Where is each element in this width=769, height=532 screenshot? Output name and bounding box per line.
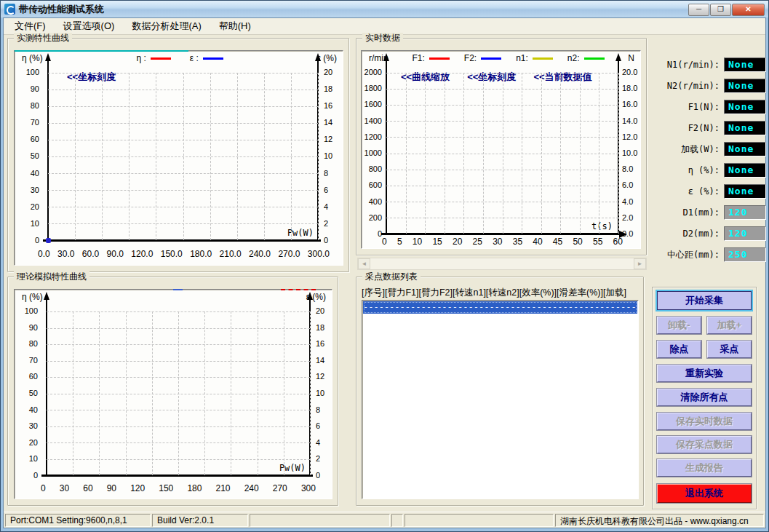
y-axis-ticks-left: 1009080706050403020100 bbox=[17, 68, 44, 245]
menu-analysis[interactable]: 数据分析处理(A) bbox=[125, 18, 207, 34]
tick-label: 6.0 bbox=[622, 180, 633, 190]
legend-label: F2: bbox=[464, 53, 477, 63]
clear-all-points-button[interactable]: 清除所有点 bbox=[657, 389, 752, 406]
readout-row: D2(mm):120 bbox=[651, 226, 766, 241]
start-acquisition-button[interactable]: 开始采集 bbox=[657, 291, 752, 310]
tick-label: 6 bbox=[324, 186, 328, 195]
readout-input[interactable]: 120 bbox=[724, 205, 766, 220]
scroll-right-icon[interactable]: ► bbox=[634, 258, 646, 269]
realtime-chart: r/min F1:F2:n1:n2: N 2000180016001400120… bbox=[361, 50, 641, 249]
theory-chart: η (%) ε (%) 1009080706050403020100 20181… bbox=[14, 289, 332, 499]
legend-color-swatch bbox=[481, 57, 501, 60]
tick-label: 18 bbox=[324, 84, 332, 94]
plot-area: <<坐标刻度 Pw(W) bbox=[48, 73, 318, 240]
exit-system-button[interactable]: 退出系统 bbox=[657, 484, 752, 503]
chart-header: r/min F1:F2:n1:n2: N bbox=[369, 53, 634, 63]
horizontal-scrollbar[interactable]: ◄ ► bbox=[357, 258, 647, 270]
tick-label: 50 bbox=[29, 389, 38, 398]
arrow-up-icon bbox=[615, 53, 621, 61]
tick-label: 0 bbox=[35, 236, 39, 245]
x-axis bbox=[41, 475, 313, 477]
tick-label: 240.0 bbox=[249, 249, 271, 259]
tick-label: 120 bbox=[130, 483, 145, 493]
tick-label: 12 bbox=[316, 372, 324, 381]
scroll-left-icon[interactable]: ◄ bbox=[358, 258, 370, 269]
tick-label: 15 bbox=[432, 237, 442, 247]
save-point-data-button[interactable]: 保存采点数据 bbox=[657, 436, 752, 453]
tick-label: 200 bbox=[369, 213, 382, 223]
y-axis-left bbox=[47, 60, 49, 240]
tick-label: 16.0 bbox=[622, 100, 637, 109]
panel-title: 实时数据 bbox=[362, 33, 403, 43]
titlebar: 带传动性能测试系统 ─ ❐ ✕ bbox=[1, 1, 768, 17]
readout-label: ε (%): bbox=[651, 186, 720, 196]
gridline-horizontal bbox=[48, 73, 318, 74]
tick-label: 0.0 bbox=[38, 249, 50, 259]
gridline-horizontal bbox=[47, 426, 310, 427]
x-axis-ticks: 051015202530354045505560 bbox=[382, 237, 623, 247]
minimize-button[interactable]: ─ bbox=[688, 4, 709, 16]
readout-row: F2(N):None bbox=[651, 121, 766, 135]
tick-label: 10 bbox=[324, 151, 332, 161]
y-axis-ticks-left: 1009080706050403020100 bbox=[17, 306, 42, 480]
tick-label: 800 bbox=[369, 164, 382, 174]
readout-input[interactable]: 120 bbox=[724, 226, 766, 241]
menu-file[interactable]: 文件(F) bbox=[8, 18, 52, 34]
readout-input[interactable]: 250 bbox=[724, 247, 766, 262]
menu-help[interactable]: 帮助(H) bbox=[212, 18, 258, 34]
tick-label: 35 bbox=[513, 237, 522, 247]
generate-report-button[interactable]: 生成报告 bbox=[657, 459, 752, 477]
tick-label: 2 bbox=[316, 454, 320, 464]
tick-label: 30 bbox=[31, 186, 39, 195]
legend-color-swatch bbox=[203, 57, 223, 60]
client-area: 文件(F) 设置选项(O) 数据分析处理(A) 帮助(H) 实测特性曲线 η (… bbox=[3, 17, 766, 528]
readout-row: 中心距(mm):250 bbox=[651, 247, 766, 262]
legend-item: η : bbox=[136, 53, 170, 63]
chart-legend: η :ε : bbox=[43, 53, 317, 63]
tick-label: 300.0 bbox=[308, 249, 330, 259]
tick-label: 4.0 bbox=[622, 197, 633, 207]
tick-label: 100 bbox=[26, 68, 39, 77]
unload-button[interactable]: 卸载- bbox=[657, 317, 701, 334]
readout-display: None bbox=[724, 79, 766, 93]
close-button[interactable]: ✕ bbox=[732, 4, 765, 16]
tick-label: 1400 bbox=[364, 116, 382, 126]
load-button[interactable]: 加载+ bbox=[707, 317, 752, 334]
gridline-horizontal bbox=[47, 459, 310, 460]
restart-experiment-button[interactable]: 重新实验 bbox=[657, 365, 752, 382]
y-axis-ticks-right: 20.018.016.014.012.010.08.06.04.02.00.0 bbox=[619, 68, 639, 239]
tick-label: 70 bbox=[31, 118, 39, 127]
selected-list-row[interactable]: ----------------------------------------… bbox=[363, 301, 637, 314]
menu-options[interactable]: 设置选项(O) bbox=[57, 18, 121, 34]
gridline-vertical bbox=[618, 73, 619, 234]
status-port: Port:COM1 Setting:9600,n,8,1 bbox=[5, 514, 151, 527]
readout-label: N2(r/min): bbox=[651, 81, 720, 91]
readout-label: F2(N): bbox=[651, 123, 720, 133]
panel-title: 采点数据列表 bbox=[362, 271, 421, 282]
pick-point-button[interactable]: 采点 bbox=[707, 341, 752, 358]
tick-label: 0 bbox=[41, 483, 46, 493]
status-build-version: Build Ver:2.0.1 bbox=[152, 514, 248, 527]
legend-label: η : bbox=[136, 53, 146, 63]
gridline-horizontal bbox=[47, 377, 310, 378]
x-axis-unit: t(s) bbox=[591, 221, 613, 231]
tick-label: 4 bbox=[324, 202, 328, 212]
readout-panel: N1(r/min):NoneN2(r/min):NoneF1(N):NoneF2… bbox=[651, 38, 766, 272]
save-realtime-data-button[interactable]: 保存实时数据 bbox=[657, 413, 752, 430]
legend-item: n1: bbox=[516, 53, 553, 63]
gridline-horizontal bbox=[47, 442, 310, 443]
control-buttons-panel: 开始采集 卸载- 加载+ 除点 采点 重新实验 清除所有点 保存实时数据 保存采… bbox=[652, 287, 757, 509]
tick-label: 30 bbox=[29, 421, 38, 431]
points-listbox[interactable]: ----------------------------------------… bbox=[362, 300, 639, 499]
tick-label: 70 bbox=[29, 356, 38, 365]
status-spacer bbox=[405, 514, 554, 527]
x-axis-ticks: 0306090120150180210240270300 bbox=[41, 483, 316, 493]
maximize-button[interactable]: ❐ bbox=[710, 4, 731, 16]
gridline-vertical bbox=[318, 73, 319, 240]
remove-point-button[interactable]: 除点 bbox=[657, 341, 701, 358]
readout-label: η (%): bbox=[651, 165, 720, 175]
tick-label: 14 bbox=[316, 356, 324, 365]
tick-label: 25 bbox=[473, 237, 482, 247]
tick-label: 10.0 bbox=[622, 148, 637, 158]
legend-color-swatch bbox=[429, 57, 450, 60]
